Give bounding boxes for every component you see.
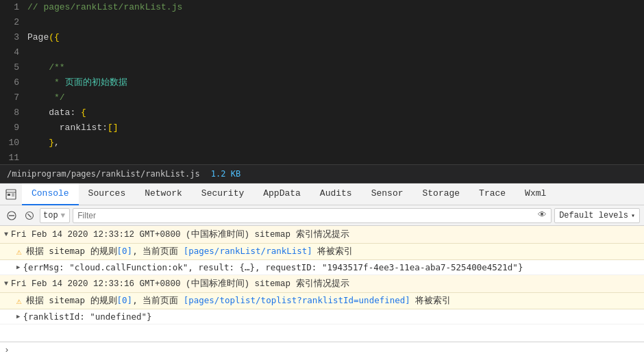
path-link[interactable]: [pages/toplist/toplist?ranklistId=undefi… (184, 295, 410, 305)
console-group-header[interactable]: Fri Feb 14 2020 12:33:16 GMT+0800 (中国标准时… (0, 275, 644, 293)
detail-row[interactable]: {ranklistId: "undefined"} (0, 309, 644, 324)
path-link[interactable]: [0] (117, 246, 133, 256)
tab-network[interactable]: Network (135, 183, 192, 205)
code-line: 6 * 页面的初始数据 (0, 75, 644, 90)
code-line: 5 /** (0, 60, 644, 75)
group-triangle-icon (4, 280, 8, 287)
detail-triangle-icon (16, 313, 20, 320)
warn-icon: ⚠ (16, 296, 22, 307)
group-triangle-icon (4, 231, 8, 238)
group-header-text: Fri Feb 14 2020 12:33:12 GMT+0800 (中国标准时… (11, 229, 349, 240)
code-line: 3Page({ (0, 30, 644, 45)
line-number: 3 (0, 30, 27, 45)
file-bar: /miniprogram/pages/rankList/rankList.js … (0, 164, 644, 183)
detail-content: {ranklistId: "undefined"} (23, 311, 151, 322)
code-editor: 1// pages/rankList/rankList.js23Page({45… (0, 0, 644, 164)
code-line: 8 data: { (0, 105, 644, 120)
path-link[interactable]: [pages/rankList/rankList] (184, 246, 312, 256)
levels-select[interactable]: Default levels ▾ (554, 208, 640, 223)
tab-console[interactable]: Console (22, 183, 79, 205)
tabs-container: ConsoleSourcesNetworkSecurityAppDataAudi… (22, 183, 556, 205)
filter-input-wrapper[interactable]: 👁 (73, 208, 552, 223)
code-line: 11 (0, 151, 644, 164)
warn-text: 根据 sitemap 的规则[0], 当前页面 [pages/rankList/… (26, 246, 354, 257)
detail-row[interactable]: {errMsg: "cloud.callFunction:ok", result… (0, 260, 644, 275)
devtools-icon[interactable] (3, 186, 19, 203)
warn-text: 根据 sitemap 的规则[0], 当前页面 [pages/toplist/t… (26, 295, 451, 307)
line-number: 4 (0, 45, 27, 60)
svg-rect-2 (8, 194, 10, 196)
line-number: 9 (0, 120, 27, 136)
toolbar-row: top ▼ 👁 Default levels ▾ (0, 205, 644, 226)
line-content: data: { (27, 105, 86, 120)
path-link[interactable]: [0] (117, 295, 133, 305)
line-number: 11 (0, 151, 27, 164)
line-content: ranklist:[] (27, 120, 119, 136)
group-header-text: Fri Feb 14 2020 12:33:16 GMT+0800 (中国标准时… (11, 278, 349, 290)
devtools-panel: ConsoleSourcesNetworkSecurityAppDataAudi… (0, 183, 644, 358)
code-line: 1// pages/rankList/rankList.js (0, 0, 644, 15)
line-content: /** (27, 60, 65, 75)
context-select[interactable]: top ▼ (40, 208, 70, 223)
code-line: 2 (0, 15, 644, 30)
line-number: 1 (0, 0, 27, 15)
line-number: 7 (0, 90, 27, 105)
tab-appdata[interactable]: AppData (253, 183, 310, 205)
line-content: // pages/rankList/rankList.js (27, 0, 182, 15)
svg-rect-4 (12, 195, 14, 196)
tab-trace[interactable]: Trace (469, 183, 515, 205)
console-prompt-icon: › (4, 345, 10, 355)
line-content: */ (27, 90, 65, 105)
line-number: 5 (0, 60, 27, 75)
warn-row: ⚠根据 sitemap 的规则[0], 当前页面 [pages/rankList… (0, 244, 644, 260)
console-input[interactable] (12, 345, 640, 355)
warn-icon: ⚠ (16, 246, 22, 257)
line-content: * 页面的初始数据 (27, 75, 127, 90)
filter-input[interactable] (77, 211, 535, 220)
line-number: 8 (0, 105, 27, 120)
code-line: 4 (0, 45, 644, 60)
line-content: Page({ (27, 30, 60, 45)
svg-line-8 (28, 214, 32, 217)
levels-label: Default levels (559, 211, 628, 220)
tab-wxml[interactable]: Wxml (515, 183, 556, 205)
detail-triangle-icon (16, 264, 20, 271)
line-content: }, (27, 136, 60, 151)
eye-icon[interactable]: 👁 (538, 210, 547, 220)
line-number: 10 (0, 136, 27, 151)
svg-rect-3 (12, 194, 14, 194)
tab-security[interactable]: Security (192, 183, 253, 205)
code-line: 9 ranklist:[] (0, 120, 644, 136)
preserve-log-button[interactable] (22, 208, 37, 223)
line-number: 6 (0, 75, 27, 90)
tab-sensor[interactable]: Sensor (362, 183, 413, 205)
console-output[interactable]: Fri Feb 14 2020 12:33:12 GMT+0800 (中国标准时… (0, 226, 644, 342)
code-line: 7 */ (0, 90, 644, 105)
console-input-row: › (0, 342, 644, 358)
levels-chevron-icon: ▾ (631, 212, 635, 220)
warn-row: ⚠根据 sitemap 的规则[0], 当前页面 [pages/toplist/… (0, 293, 644, 309)
tabs-row: ConsoleSourcesNetworkSecurityAppDataAudi… (0, 183, 644, 205)
console-group-header[interactable]: Fri Feb 14 2020 12:33:12 GMT+0800 (中国标准时… (0, 226, 644, 244)
detail-content: {errMsg: "cloud.callFunction:ok", result… (23, 262, 523, 272)
context-label: top (43, 211, 58, 220)
tab-storage[interactable]: Storage (412, 183, 469, 205)
file-size: 1.2 KB (211, 169, 240, 179)
line-number: 2 (0, 15, 27, 30)
tab-sources[interactable]: Sources (79, 183, 136, 205)
file-path: /miniprogram/pages/rankList/rankList.js (7, 169, 200, 179)
code-lines: 1// pages/rankList/rankList.js23Page({45… (0, 0, 644, 164)
code-line: 10 }, (0, 136, 644, 151)
tab-audits[interactable]: Audits (310, 183, 362, 205)
clear-console-button[interactable] (4, 208, 19, 223)
